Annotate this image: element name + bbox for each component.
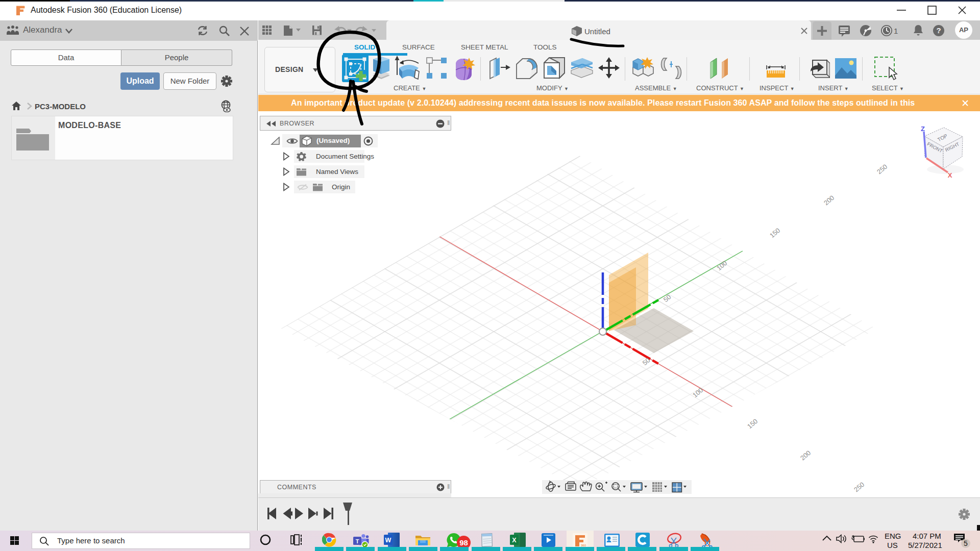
svg-text:98: 98 bbox=[459, 538, 468, 547]
svg-text:W: W bbox=[385, 537, 391, 544]
svg-text:X: X bbox=[948, 171, 952, 179]
svg-text:?: ? bbox=[936, 26, 941, 35]
svg-text:250: 250 bbox=[852, 481, 866, 493]
svg-text:200: 200 bbox=[799, 449, 812, 462]
svg-text:200: 200 bbox=[822, 194, 836, 207]
svg-text:250: 250 bbox=[875, 163, 889, 176]
svg-text:X: X bbox=[512, 537, 517, 544]
svg-text:Z: Z bbox=[921, 125, 925, 133]
svg-text:T: T bbox=[356, 538, 359, 544]
svg-text:150: 150 bbox=[768, 227, 781, 239]
svg-text:5: 5 bbox=[964, 539, 968, 547]
svg-text:150: 150 bbox=[746, 417, 759, 430]
